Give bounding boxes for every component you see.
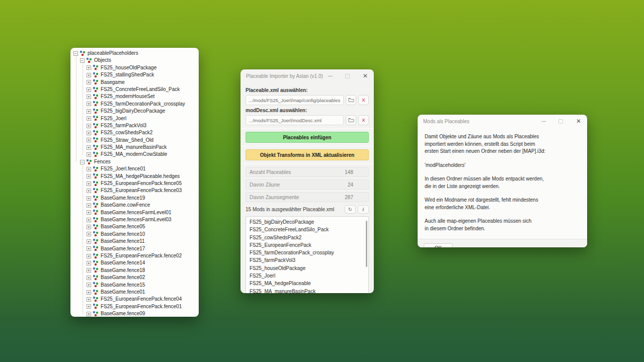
tree-item[interactable]: + FS25_EuropeanFencePack.fence02: [70, 252, 199, 259]
expander-toggle-icon[interactable]: +: [87, 87, 91, 92]
expander-toggle-icon[interactable]: +: [87, 109, 91, 114]
maximize-icon[interactable]: [345, 74, 350, 78]
tree-item[interactable]: − placeablePlaceholders: [70, 50, 199, 57]
browse-placeable-button[interactable]: [346, 95, 356, 105]
tree-item[interactable]: + FS25_farmDecorationPack_crossplay: [70, 101, 199, 108]
tree-item[interactable]: + FS25_cowShedsPack2: [70, 129, 199, 136]
mod-list-item[interactable]: FS25_Joerl: [246, 272, 368, 280]
tree-item[interactable]: + BaseGame.fencesFarmLevel03: [70, 216, 199, 223]
tree-item[interactable]: + BaseGame.fence05: [70, 223, 199, 230]
expander-toggle-icon[interactable]: +: [87, 189, 91, 193]
expander-toggle-icon[interactable]: +: [87, 65, 91, 70]
expander-toggle-icon[interactable]: +: [87, 210, 91, 215]
expander-toggle-icon[interactable]: +: [87, 131, 91, 135]
expander-toggle-icon[interactable]: +: [87, 268, 91, 273]
expander-toggle-icon[interactable]: +: [87, 312, 91, 316]
expander-toggle-icon[interactable]: +: [87, 73, 91, 77]
tree-item[interactable]: + Basegame: [70, 79, 199, 86]
tree-item[interactable]: − Fences: [70, 158, 199, 165]
expander-toggle-icon[interactable]: +: [87, 152, 91, 157]
tree-item[interactable]: + FS25_farmPackVol3: [70, 122, 199, 129]
mod-list-item[interactable]: FS25_cowShedsPack2: [246, 234, 368, 241]
minimize-icon[interactable]: —: [541, 119, 545, 124]
expander-toggle-icon[interactable]: +: [87, 254, 91, 258]
ok-button[interactable]: OK: [424, 243, 453, 247]
expander-toggle-icon[interactable]: +: [87, 182, 91, 186]
mod-list-item[interactable]: FS25_houseOldPackage: [246, 264, 368, 272]
expander-toggle-icon[interactable]: +: [87, 138, 91, 142]
tree-item[interactable]: + FS25_modernHouseSet: [70, 93, 199, 100]
expander-toggle-icon[interactable]: +: [87, 304, 91, 309]
scrollbar-thumb[interactable]: [366, 221, 367, 267]
expander-toggle-icon[interactable]: +: [87, 124, 91, 128]
tree-item[interactable]: + FS25_Joerl: [70, 115, 199, 122]
tree-item[interactable]: + BaseGame.cowFence: [70, 202, 199, 209]
insert-placeables-button[interactable]: Placeables einfügen: [246, 132, 369, 143]
browse-moddesc-button[interactable]: [346, 115, 356, 125]
expander-toggle-icon[interactable]: +: [87, 145, 91, 150]
maximize-icon[interactable]: [558, 119, 563, 124]
tree-item[interactable]: + BaseGame.fence14: [70, 259, 199, 266]
expander-toggle-icon[interactable]: +: [87, 225, 91, 229]
update-transforms-button[interactable]: Objekt Transforms in XML aktualisieren: [246, 149, 369, 160]
tree-item[interactable]: + FS25_EuropeanFencePack.fence03: [70, 187, 199, 194]
tree-item[interactable]: + BaseGame.fence01: [70, 289, 199, 296]
expander-toggle-icon[interactable]: +: [87, 232, 91, 236]
expander-toggle-icon[interactable]: +: [87, 167, 91, 171]
tree-item[interactable]: + BaseGame.fence19: [70, 195, 199, 202]
tree-item[interactable]: + FS25_EuropeanFencePack.fence01: [70, 303, 199, 310]
clear-moddesc-button[interactable]: X: [358, 115, 369, 125]
expander-toggle-icon[interactable]: +: [87, 297, 91, 302]
tree-item[interactable]: + FS25_houseOldPackage: [70, 64, 199, 71]
mod-list-item[interactable]: FS25_MA_manureBasinPack: [246, 288, 368, 293]
tree-item[interactable]: + BaseGame.fence15: [70, 282, 199, 289]
tree-item[interactable]: + FS25_Joerl.fence01: [70, 165, 199, 172]
expander-toggle-icon[interactable]: −: [80, 160, 85, 164]
expander-toggle-icon[interactable]: +: [87, 276, 91, 280]
tree-item[interactable]: + FS25_MA_hedgePlaceable.hedges: [70, 173, 199, 180]
expander-toggle-icon[interactable]: +: [87, 246, 91, 251]
tree-item[interactable]: − Objects: [70, 57, 199, 64]
expander-toggle-icon[interactable]: +: [87, 116, 91, 121]
tree-item[interactable]: + FS25_bigDairyDecoPackage: [70, 108, 199, 115]
expander-toggle-icon[interactable]: +: [87, 261, 91, 265]
expander-toggle-icon[interactable]: +: [87, 95, 91, 99]
mod-list-item[interactable]: FS25_ConcreteFreeLandSilo_Pack: [246, 226, 368, 233]
info-button[interactable]: i: [358, 205, 369, 214]
expander-toggle-icon[interactable]: +: [87, 283, 91, 287]
expander-toggle-icon[interactable]: +: [87, 203, 91, 208]
expander-toggle-icon[interactable]: +: [87, 174, 91, 178]
tree-item[interactable]: + FS25_MA_manureBasinPack: [70, 144, 199, 151]
tree-item[interactable]: + FS25_stallingShedPack: [70, 71, 199, 78]
mod-list-item[interactable]: FS25_farmPackVol3: [246, 256, 368, 264]
tree-item[interactable]: + FS25_ConcreteFreeLandSilo_Pack: [70, 86, 199, 93]
expander-toggle-icon[interactable]: +: [87, 290, 91, 295]
clear-placeable-button[interactable]: X: [358, 95, 369, 105]
tree-item[interactable]: + FS25_EuropeanFencePack.fence04: [70, 296, 199, 303]
mod-list-item[interactable]: FS25_MA_hedgePlaceable: [246, 280, 368, 287]
tree-item[interactable]: + FS25_EuropeanFencePack.fence05: [70, 180, 199, 187]
tree-item[interactable]: + BaseGame.fence09: [70, 310, 199, 317]
refresh-button[interactable]: ↻: [345, 205, 356, 214]
mod-list-item[interactable]: FS25_bigDairyDecoPackage: [246, 218, 368, 226]
expander-toggle-icon[interactable]: −: [73, 51, 78, 56]
tree-item[interactable]: + BaseGame.fence11: [70, 238, 199, 245]
expander-toggle-icon[interactable]: +: [87, 196, 91, 201]
minimize-icon[interactable]: —: [328, 74, 332, 78]
mod-list-item[interactable]: FS25_EuropeanFencePack: [246, 241, 368, 249]
expander-toggle-icon[interactable]: +: [87, 239, 91, 244]
tree-item[interactable]: + FS25_Straw_Shed_Old: [70, 137, 199, 144]
expander-toggle-icon[interactable]: +: [87, 80, 91, 84]
placeable-xml-path-input[interactable]: [246, 95, 344, 105]
expander-toggle-icon[interactable]: −: [80, 58, 85, 63]
expander-toggle-icon[interactable]: +: [87, 102, 91, 106]
expander-toggle-icon[interactable]: +: [87, 218, 91, 222]
tree-item[interactable]: + BaseGame.fence18: [70, 267, 199, 274]
tree-item[interactable]: + BaseGame.fence10: [70, 231, 199, 238]
moddesc-xml-path-input[interactable]: [246, 115, 344, 125]
tree-item[interactable]: + BaseGame.fencesFarmLevel01: [70, 209, 199, 216]
tree-item[interactable]: + BaseGame.fence17: [70, 245, 199, 252]
tree-item[interactable]: + FS25_MA_modernCowStable: [70, 151, 199, 158]
close-icon[interactable]: ✕: [576, 118, 581, 124]
close-icon[interactable]: ✕: [363, 73, 368, 79]
